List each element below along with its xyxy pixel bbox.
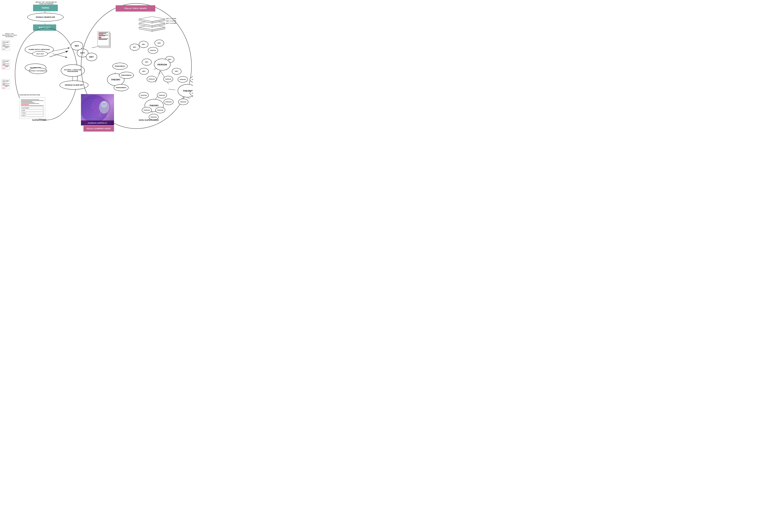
paragraph-extraction-box: KEYWORD LINK TITLE TEXT [19,97,45,119]
key-layers-3d [139,17,165,34]
person-11-node: PERSON [142,107,152,113]
teslai-learning-agent-label: TESLAI LEARNING AGENT [83,126,114,132]
phenomena-3-node: PHENOMENA [114,84,128,91]
topic-label: RESULT SET SEARCHED BY TOPIC KEYWORDS [33,1,59,5]
person-12-node: PERSON [155,107,165,113]
document-2: ⊞ [2,59,10,69]
heat-map-node: HEAT MAP [32,51,48,56]
document-1: ⊞ [2,40,10,50]
key-circle-c: KEY [130,44,140,51]
key3-layer-label: KEY 3 LAYER [166,22,176,24]
svg-point-48 [104,103,106,105]
diagram: RESULT SET SEARCHED BY TOPIC KEYWORDS TO… [0,0,193,133]
person-center-node: PERSON [154,59,170,70]
result-set-label: RESULT SET SEARCHED BY TOPIC KEYWORDS [1,33,18,37]
key-circle-g: KEY [172,68,181,75]
paragraph-extraction-label: PARAGRAPH EXTRACTION [19,94,40,96]
supervised-label: SUPERVISED [24,119,54,121]
svg-point-47 [102,103,104,105]
phenomena-2-node: PHENOMENA [119,72,134,79]
key-circle-a: KEY [139,41,148,48]
person-14-node: PERSON [163,99,173,105]
key-circle-f: KEY [139,68,149,75]
person-5-node: PERSON [177,76,188,83]
non-supervised-label: NON-SUPERVISED [139,119,159,121]
svg-point-46 [101,101,107,108]
facebook-url-label: FACEBOOK.COM/TESLAAI [81,120,114,125]
teslai-topic-graph-label: TESLAI TOPIC GRAPH [116,5,155,12]
key2-layer-label: KEY 2 LAYER [166,20,176,22]
key1-layer-label: KEY 1 LAYER [166,18,176,19]
key-circle-b: KEY [154,40,164,47]
topic-box: TOPIC [33,5,58,11]
phenomena-1-node: PHENOMENA [112,63,127,70]
person-4-node: PERSON [163,76,173,82]
person-9-node: PERSON [139,92,149,98]
entropy-node: ENTROPY DIFFERENCE [29,68,47,74]
document-3: ⊞ [2,79,10,89]
person-2-node: PERSON [148,47,158,54]
person-10-node: PERSON [157,92,167,98]
key-circle-e: KEY [142,59,152,66]
person-8-node: PERSON [178,99,188,105]
google-search-api-node: GOOGLE SEARCH API [27,13,64,21]
person-3-node: PERSON [147,76,157,82]
